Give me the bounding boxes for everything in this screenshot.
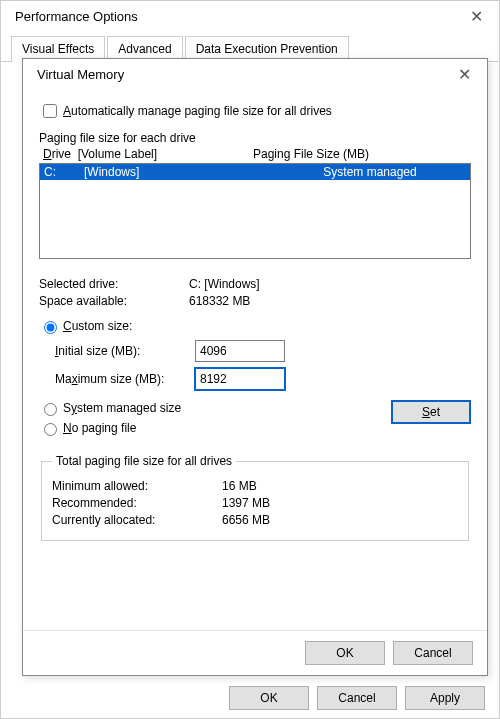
modal-ok-button[interactable]: OK [305,641,385,665]
min-allowed-value: 16 MB [222,479,257,493]
max-size-input[interactable] [195,368,285,390]
current-value: 6656 MB [222,513,270,527]
modal-footer: OK Cancel [23,630,487,675]
parent-ok-button[interactable]: OK [229,686,309,710]
modal-cancel-button[interactable]: Cancel [393,641,473,665]
parent-title: Performance Options [15,9,138,24]
custom-size-label: Custom size: [63,319,132,333]
drive-row-c[interactable]: C: [Windows] System managed [40,164,470,180]
parent-cancel-button[interactable]: Cancel [317,686,397,710]
custom-size-radio[interactable] [44,321,57,334]
min-allowed-label: Minimum allowed: [52,479,222,493]
initial-size-input[interactable] [195,340,285,362]
recommended-label: Recommended: [52,496,222,510]
parent-titlebar: Performance Options ✕ [1,1,499,31]
virtual-memory-dialog: Virtual Memory ✕ Automatically manage pa… [22,58,488,676]
total-group: Total paging file size for all drives Mi… [41,454,469,541]
no-paging-radio[interactable] [44,423,57,436]
space-available-value: 618332 MB [189,294,250,308]
system-managed-label: System managed size [63,401,181,415]
drive-list-header: Drive [Volume Label] Paging File Size (M… [39,147,471,161]
drive-letter: C: [44,165,84,179]
modal-titlebar: Virtual Memory ✕ [23,59,487,89]
drive-list[interactable]: C: [Windows] System managed [39,163,471,259]
parent-apply-button[interactable]: Apply [405,686,485,710]
paging-group-label: Paging file size for each drive [39,131,471,145]
modal-title: Virtual Memory [37,67,124,82]
selected-drive-value: C: [Windows] [189,277,260,291]
close-icon[interactable]: ✕ [464,7,489,26]
system-managed-radio[interactable] [44,403,57,416]
drive-header-col2: Paging File Size (MB) [253,147,369,161]
no-paging-label: No paging file [63,421,136,435]
drive-header-col1: Drive [Volume Label] [43,147,253,161]
auto-manage-label: Automatically manage paging file size fo… [63,104,332,118]
auto-manage-checkbox[interactable] [43,104,57,118]
initial-size-label: Initial size (MB): [55,344,195,358]
drive-label: [Windows] [84,165,274,179]
no-paging-radio-row[interactable]: No paging file [39,420,181,436]
initial-size-row: Initial size (MB): [55,340,471,362]
modal-body: Automatically manage paging file size fo… [23,89,487,630]
space-available-label: Space available: [39,294,189,308]
drive-size: System managed [274,165,466,179]
system-managed-radio-row[interactable]: System managed size [39,400,181,416]
total-group-label: Total paging file size for all drives [52,454,236,468]
max-size-label: Maximum size (MB): [55,372,195,386]
set-button[interactable]: Set [391,400,471,424]
modal-close-icon[interactable]: ✕ [452,65,477,84]
custom-size-radio-row[interactable]: Custom size: [39,318,471,334]
selected-drive-label: Selected drive: [39,277,189,291]
current-label: Currently allocated: [52,513,222,527]
parent-footer: OK Cancel Apply [229,686,485,710]
auto-manage-checkbox-row[interactable]: Automatically manage paging file size fo… [39,101,471,121]
max-size-row: Maximum size (MB): [55,368,471,390]
recommended-value: 1397 MB [222,496,270,510]
drive-info: Selected drive: C: [Windows] Space avail… [39,277,471,308]
